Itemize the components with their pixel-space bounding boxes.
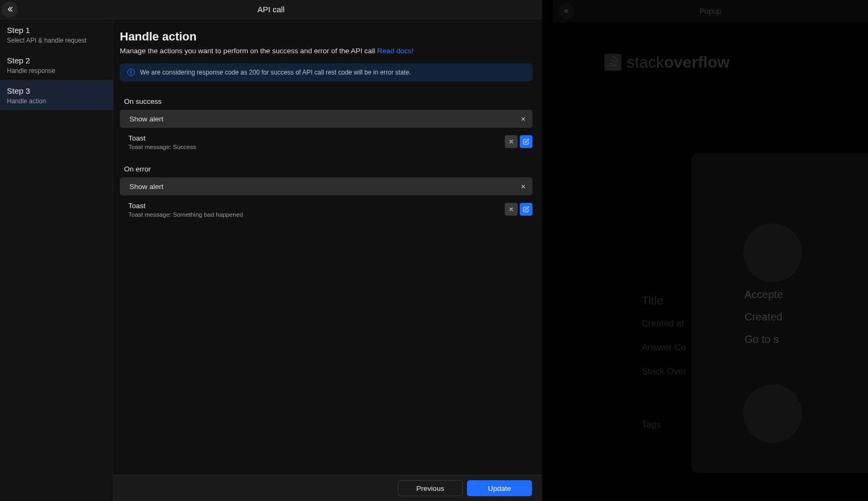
success-action-select[interactable]: Show alert [120,110,533,128]
error-toast-message: Toast message: Something bad happened [128,211,505,218]
error-toast-edit-button[interactable] [520,203,533,216]
on-error-label: On error [124,165,533,173]
logo-text-2: overflow [664,53,730,71]
bg-avatar-2 [743,384,802,443]
step-title: Step 2 [7,56,106,65]
step-title: Step 1 [7,26,106,35]
success-toast-message: Toast message: Success [128,144,505,150]
toast-msg-prefix: Toast message: [128,144,173,150]
success-toast-title: Toast [128,134,505,142]
bg-label-created: Created at [642,318,684,329]
info-icon: i [127,69,135,76]
update-button[interactable]: Update [467,480,532,496]
modal-body: Step 1 Select API & handle request Step … [0,19,542,501]
close-icon [520,116,526,122]
toast-msg-prefix: Toast message: [128,211,173,218]
modal-title: API call [258,5,285,14]
close-icon [509,139,514,144]
bg-card: Accepte Created Go to s [691,153,868,473]
success-toast-remove-button[interactable] [505,135,518,148]
error-toast-title: Toast [128,202,505,210]
error-action-value: Show alert [129,183,517,191]
step-1[interactable]: Step 1 Select API & handle request [0,19,113,50]
bg-avatar-1 [743,224,802,282]
step-sub: Handle response [7,67,106,75]
success-action-clear-button[interactable] [517,112,529,125]
main-panel: Handle action Manage the actions you wan… [113,19,542,501]
close-icon [520,184,526,190]
logo-text-1: stack [627,53,664,71]
edit-icon [523,138,529,145]
success-toast-row: Toast Toast message: Success [120,134,533,150]
error-toast-row: Toast Toast message: Something bad happe… [120,202,533,218]
toast-msg-value: Success [173,144,196,150]
previous-button[interactable]: Previous [398,480,463,496]
error-toast-remove-button[interactable] [505,203,518,216]
stackoverflow-logo: stackoverflow [604,53,730,71]
api-call-modal: API call Step 1 Select API & handle requ… [0,0,542,501]
bg-popup-header: Popup [553,0,868,22]
error-action-select[interactable]: Show alert [120,177,533,195]
bg-label-answer: Answer Co [642,342,686,353]
modal-header: API call [0,0,542,19]
edit-icon [523,206,529,212]
bg-popup-title: Popup [700,7,721,15]
success-action-value: Show alert [129,115,517,123]
error-action-clear-button[interactable] [517,180,529,193]
bg-label-stack: Stack Over [642,366,686,377]
step-sidebar: Step 1 Select API & handle request Step … [0,19,113,501]
step-3[interactable]: Step 3 Handle action [0,80,113,110]
step-sub: Select API & handle request [7,37,106,44]
back-button[interactable] [2,2,18,18]
step-title: Step 3 [7,86,106,95]
main-scroll: Handle action Manage the actions you wan… [113,19,542,475]
step-sub: Handle action [7,97,106,105]
toast-msg-value: Something bad happened [173,211,243,218]
on-success-label: On success [124,97,533,105]
modal-footer: Previous Update [113,475,542,501]
page-title: Handle action [120,30,533,44]
bg-label-tags: Tags [642,420,661,430]
close-icon [509,207,514,212]
info-banner: i We are considering response code as 20… [120,63,533,81]
read-docs-link[interactable]: Read docs! [377,47,413,55]
page-sub-text: Manage the actions you want to perform o… [120,47,377,55]
step-2[interactable]: Step 2 Handle response [0,50,113,80]
bg-popup-back-button [558,3,574,19]
bg-label-title: Title [642,294,664,308]
success-toast-edit-button[interactable] [520,135,533,148]
bg-card-created: Created [744,311,782,323]
chevron-double-left-icon [6,5,14,13]
page-subtitle: Manage the actions you want to perform o… [120,47,533,55]
bg-card-accepted: Accepte [744,289,783,301]
stackoverflow-icon [604,54,621,71]
info-banner-text: We are considering response code as 200 … [140,69,411,76]
bg-card-goto: Go to s [744,333,779,346]
